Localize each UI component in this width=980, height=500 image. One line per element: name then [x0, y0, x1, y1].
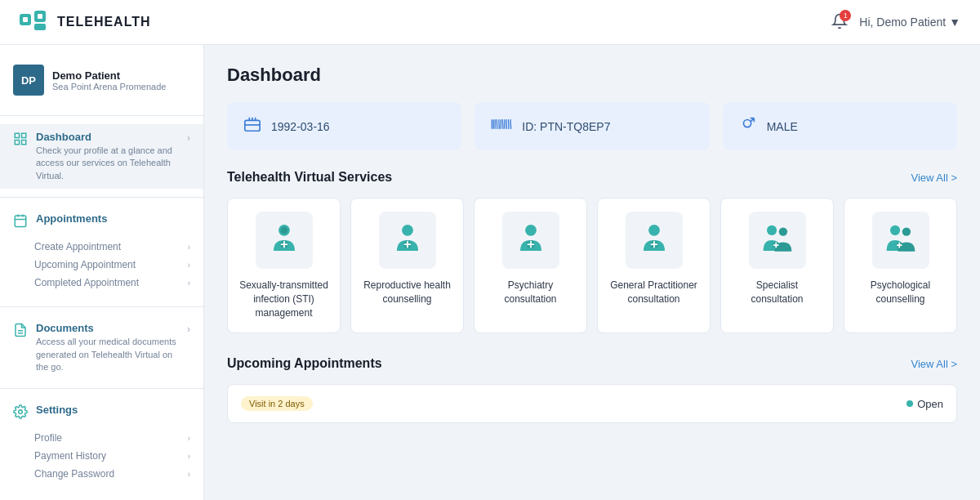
svg-point-36	[648, 225, 660, 236]
svg-line-21	[499, 119, 500, 129]
svg-point-42	[902, 227, 910, 235]
services-section-header: Telehealth Virtual Services View All >	[227, 170, 957, 185]
service-card-gp[interactable]: General Practitioner consultation	[597, 198, 710, 333]
svg-line-26	[509, 119, 510, 129]
svg-line-23	[503, 119, 504, 129]
main-layout: DP Demo Patient Sea Point Arena Promenad…	[0, 45, 980, 500]
sidebar-item-documents[interactable]: Documents Access all your medical docume…	[0, 315, 203, 380]
service-icon-sti	[256, 212, 313, 269]
sidebar-item-profile[interactable]: Profile ›	[34, 429, 203, 447]
service-card-psychological[interactable]: Psychological counselling	[844, 198, 957, 333]
sidebar: DP Demo Patient Sea Point Arena Promenad…	[0, 45, 204, 500]
sidebar-item-payment-history[interactable]: Payment History ›	[34, 447, 203, 465]
svg-rect-6	[22, 133, 26, 137]
svg-rect-3	[38, 14, 42, 19]
sidebar-section-dashboard: Dashboard Check your profile at a glance…	[0, 119, 203, 194]
service-label-gp: General Practitioner consultation	[606, 279, 702, 306]
svg-line-25	[506, 119, 507, 129]
logo-icon	[20, 11, 49, 33]
sidebar-item-dashboard[interactable]: Dashboard Check your profile at a glance…	[0, 124, 203, 189]
main-content: Dashboard 1992-03-16	[204, 45, 980, 500]
service-icon-specialist	[749, 212, 806, 269]
calendar-icon	[13, 213, 28, 231]
svg-rect-8	[22, 141, 26, 145]
app-header: TELEHEALTH 1 Hi, Demo Patient ▼	[0, 0, 980, 45]
barcode-icon	[491, 116, 512, 136]
svg-line-27	[510, 119, 511, 129]
info-cards: 1992-03-16 ID: PTN-TQ8	[227, 102, 957, 150]
service-icon-psychiatry	[502, 212, 559, 269]
svg-point-30	[280, 227, 287, 234]
documents-label: Documents	[36, 322, 179, 334]
appointment-badge: Visit in 2 days	[241, 396, 313, 411]
gender-text: MALE	[767, 120, 798, 133]
svg-point-28	[743, 120, 751, 127]
chevron-right-icon: ›	[188, 434, 190, 443]
notification-badge: 1	[840, 10, 851, 21]
svg-rect-7	[15, 141, 19, 145]
svg-line-20	[497, 119, 497, 129]
service-card-reproductive[interactable]: Reproductive health counselling	[350, 198, 464, 333]
sidebar-item-change-password[interactable]: Change Password ›	[34, 465, 203, 483]
header-right: 1 Hi, Demo Patient ▼	[831, 13, 960, 32]
notification-button[interactable]: 1	[831, 13, 848, 32]
avatar: DP	[13, 65, 44, 96]
dob-text: 1992-03-16	[271, 120, 330, 133]
appointments-title: Upcoming Appointments	[227, 356, 382, 371]
chevron-right-icon: ›	[187, 324, 190, 335]
svg-point-15	[19, 410, 23, 414]
user-name: Demo Patient	[52, 69, 166, 82]
appointment-row[interactable]: Visit in 2 days Open	[227, 384, 957, 423]
service-card-psychiatry[interactable]: Psychiatry consultation	[474, 198, 587, 333]
sidebar-section-appointments: Appointments Create Appointment › Upcomi…	[0, 201, 203, 303]
status-dot-icon	[906, 400, 913, 407]
svg-rect-4	[34, 24, 46, 30]
svg-point-41	[890, 225, 900, 235]
sidebar-item-completed-appointment[interactable]: Completed Appointment ›	[34, 274, 203, 292]
info-card-id: ID: PTN-TQ8EP7	[474, 102, 709, 150]
service-label-reproductive: Reproductive health counselling	[359, 279, 455, 306]
service-label-sti: Sexually-transmitted infection (STI) man…	[236, 279, 332, 319]
dashboard-label: Dashboard	[36, 131, 179, 143]
svg-point-39	[778, 227, 786, 235]
info-card-gender: MALE	[723, 102, 957, 150]
appointments-label: Appointments	[36, 212, 190, 225]
appointments-view-all[interactable]: View All >	[911, 358, 958, 370]
appointments-section-header: Upcoming Appointments View All >	[227, 356, 957, 371]
svg-rect-5	[15, 133, 19, 137]
service-card-sti[interactable]: Sexually-transmitted infection (STI) man…	[227, 198, 341, 333]
chevron-right-icon: ›	[188, 261, 190, 270]
documents-subtext: Access all your medical documents genera…	[36, 336, 179, 373]
birthday-icon	[243, 115, 261, 137]
sidebar-section-documents: Documents Access all your medical docume…	[0, 310, 203, 385]
service-icon-gp	[626, 212, 683, 269]
sidebar-item-create-appointment[interactable]: Create Appointment ›	[34, 238, 203, 256]
sidebar-item-settings[interactable]: Settings	[0, 397, 203, 429]
dashboard-subtext: Check your profile at a glance and acces…	[36, 145, 179, 182]
svg-point-38	[767, 225, 777, 235]
logo-text: TELEHEALTH	[57, 15, 151, 29]
gender-icon	[739, 115, 757, 137]
user-greeting[interactable]: Hi, Demo Patient ▼	[859, 16, 960, 29]
document-icon	[13, 323, 28, 341]
service-label-psychological: Psychological counselling	[853, 279, 948, 306]
service-label-psychiatry: Psychiatry consultation	[483, 279, 578, 306]
info-card-dob: 1992-03-16	[227, 102, 461, 150]
services-view-all[interactable]: View All >	[911, 172, 958, 184]
chevron-right-icon: ›	[188, 243, 190, 252]
svg-point-34	[525, 225, 537, 236]
service-label-specialist: Specialist consultation	[729, 279, 825, 306]
appointment-status: Open	[906, 398, 943, 410]
svg-rect-9	[15, 216, 26, 227]
id-text: ID: PTN-TQ8EP7	[522, 120, 610, 133]
sidebar-section-settings: Settings Profile › Payment History › Cha…	[0, 392, 203, 494]
svg-rect-1	[23, 17, 28, 22]
settings-label: Settings	[36, 404, 190, 416]
user-card: DP Demo Patient Sea Point Arena Promenad…	[0, 58, 203, 112]
service-icon-psychological	[872, 212, 929, 269]
gear-icon	[13, 404, 28, 422]
service-card-specialist[interactable]: Specialist consultation	[720, 198, 834, 333]
sidebar-item-upcoming-appointment[interactable]: Upcoming Appointment ›	[34, 256, 203, 274]
sidebar-item-appointments[interactable]: Appointments	[0, 206, 203, 238]
user-location: Sea Point Arena Promenade	[52, 82, 166, 92]
